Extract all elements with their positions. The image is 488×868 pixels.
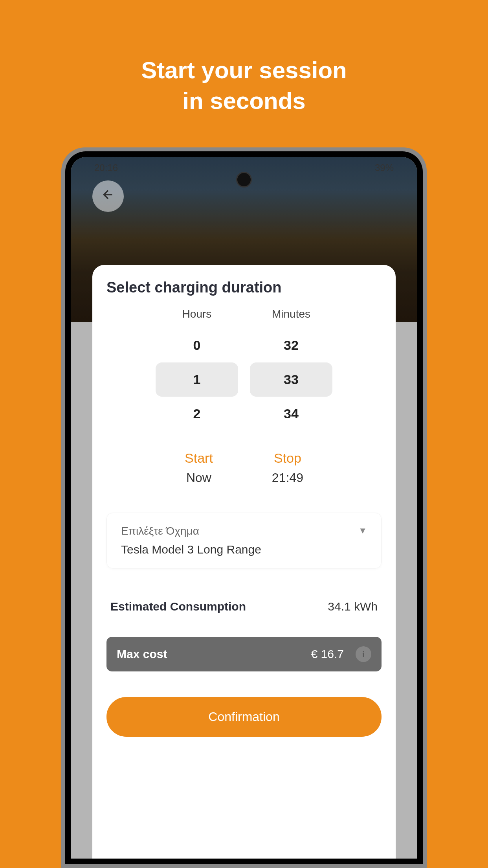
vehicle-select-value: Tesla Model 3 Long Range <box>121 543 367 556</box>
phone-screen: 20:16 39% Select charging duration <box>71 157 417 859</box>
vehicle-select[interactable]: Επιλέξτε Όχημα Tesla Model 3 Long Range … <box>106 513 382 568</box>
phone-frame: 20:16 39% Select charging duration <box>61 147 427 868</box>
card-title: Select charging duration <box>106 279 382 296</box>
stop-value: 21:49 <box>272 471 303 485</box>
minutes-prev[interactable]: 32 <box>250 328 332 362</box>
stop-label: Stop <box>272 451 303 466</box>
hours-selected[interactable]: 1 <box>156 362 238 397</box>
minutes-selected[interactable]: 33 <box>250 362 332 397</box>
arrow-left-icon <box>101 188 115 205</box>
hero-text: Start your session in seconds <box>0 0 488 116</box>
minutes-picker[interactable]: Minutes 32 33 34 <box>250 308 332 431</box>
vehicle-select-label: Επιλέξτε Όχημα <box>121 525 367 537</box>
start-label: Start <box>185 451 213 466</box>
status-bar-left: 20:16 <box>94 162 118 173</box>
info-icon[interactable]: i <box>356 646 371 662</box>
chevron-down-icon: ▼ <box>358 526 367 536</box>
stop-time: Stop 21:49 <box>272 451 303 485</box>
hours-prev[interactable]: 0 <box>156 328 238 362</box>
hero-line-2: in seconds <box>0 86 488 116</box>
back-button[interactable] <box>92 180 124 212</box>
consumption-row: Estimated Consumption 34.1 kWh <box>106 600 382 613</box>
max-cost-right: € 16.7 i <box>311 646 371 662</box>
duration-card: Select charging duration Hours 0 1 2 Min… <box>92 265 396 859</box>
max-cost-row: Max cost € 16.7 i <box>106 637 382 671</box>
status-battery: 39% <box>375 162 394 173</box>
start-time: Start Now <box>185 451 213 485</box>
confirmation-button[interactable]: Confirmation <box>106 697 382 737</box>
status-time: 20:16 <box>94 162 118 173</box>
start-value: Now <box>185 471 213 485</box>
consumption-label: Estimated Consumption <box>110 600 246 613</box>
max-cost-value: € 16.7 <box>311 647 344 661</box>
max-cost-label: Max cost <box>117 647 167 661</box>
hours-label: Hours <box>182 308 212 320</box>
consumption-value: 34.1 kWh <box>328 600 378 613</box>
hours-next[interactable]: 2 <box>156 397 238 431</box>
hours-picker[interactable]: Hours 0 1 2 <box>156 308 238 431</box>
time-row: Start Now Stop 21:49 <box>106 451 382 485</box>
camera-notch <box>236 172 252 188</box>
phone-inner: 20:16 39% Select charging duration <box>65 151 423 864</box>
minutes-label: Minutes <box>272 308 310 320</box>
minutes-next[interactable]: 34 <box>250 397 332 431</box>
status-bar-right: 39% <box>375 162 394 173</box>
hero-line-1: Start your session <box>0 55 488 86</box>
duration-picker: Hours 0 1 2 Minutes 32 33 34 <box>106 308 382 431</box>
